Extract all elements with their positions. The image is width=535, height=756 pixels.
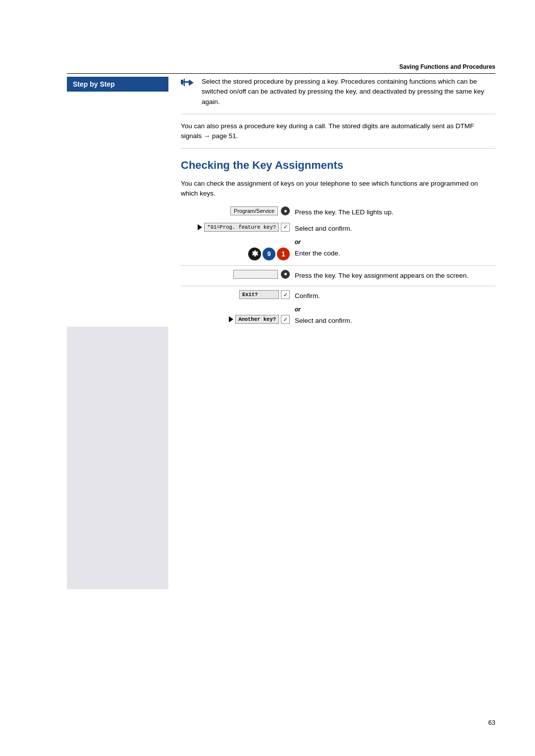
step-left-5: Exit? ✓ [181,290,295,299]
step-right-4: Press the key. The key assignment appear… [295,270,495,281]
step-row-5: Exit? ✓ Confirm. [181,290,495,301]
circle-button-4[interactable] [281,270,290,279]
step-row-1: Program/Service Press the key. The LED l… [181,206,495,217]
blank-display-4 [233,270,278,279]
circle-button-1[interactable] [281,206,290,215]
key-star[interactable]: ✱ [248,248,261,260]
key-1[interactable]: 1 [277,248,290,260]
step-right-6: Select and confirm. [295,315,495,326]
step-left-4 [181,270,295,279]
info-text-2: You can also press a procedure key durin… [181,121,495,142]
step-right-5: Confirm. [295,290,495,301]
svg-rect-6 [181,81,182,84]
svg-rect-8 [184,79,185,86]
check-box-2[interactable]: ✓ [281,223,290,232]
exit-display: Exit? [239,290,279,299]
step-left-6: Another key? ✓ [181,315,295,324]
circle-dot-4 [284,273,287,275]
display-text-2: *91=Prog. feature key? [204,223,279,232]
check-box-5[interactable]: ✓ [281,290,290,299]
arrow-icon [181,78,197,88]
step-separator-2 [181,286,495,286]
step-right-2: Select and confirm. [295,223,495,234]
or-label-2: or [295,306,495,313]
step-by-step-box: Step by Step [67,77,168,92]
svg-rect-9 [185,81,189,82]
check-box-6[interactable]: ✓ [281,315,290,324]
right-panel: Select the stored procedure by pressing … [181,77,495,331]
step-left-1: Program/Service [181,206,295,215]
key-9[interactable]: 9 [263,248,275,260]
info-block-1: Select the stored procedure by pressing … [181,77,495,114]
display-row-2: *91=Prog. feature key? ✓ [198,223,290,232]
triangle-icon-6 [229,316,233,322]
triangle-icon-2 [198,224,202,230]
info-text-1: Select the stored procedure by pressing … [202,77,495,107]
step-row-4: Press the key. The key assignment appear… [181,270,495,281]
svg-marker-10 [189,80,194,86]
another-key-display: Another key? [235,315,279,324]
page-number: 63 [488,719,495,726]
header-title: Saving Functions and Procedures [399,63,495,70]
or-label-1: or [295,239,495,246]
step-left-2: *91=Prog. feature key? ✓ [181,223,295,232]
step-right-3: Enter the code. [295,248,495,258]
page-container: Saving Functions and Procedures Step by … [0,0,535,756]
section-intro: You can check the assignment of keys on … [181,179,495,199]
step-separator-1 [181,265,495,266]
circle-dot-1 [284,210,287,212]
display-row-6: Another key? ✓ [229,315,290,324]
program-service-btn[interactable]: Program/Service [230,206,278,215]
svg-rect-7 [182,80,183,85]
step-row-2: *91=Prog. feature key? ✓ Select and conf… [181,223,495,234]
section-heading: Checking the Key Assignments [181,158,495,173]
step-left-3: ✱ 9 1 [181,248,295,260]
lower-grey-area [67,327,168,589]
info-block-2: You can also press a procedure key durin… [181,121,495,149]
step-row-3: ✱ 9 1 Enter the code. [181,248,495,260]
step-right-1: Press the key. The LED lights up. [295,206,495,217]
step-row-6: Another key? ✓ Select and confirm. [181,315,495,326]
display-row-5: Exit? ✓ [239,290,290,299]
header-line [67,73,495,74]
